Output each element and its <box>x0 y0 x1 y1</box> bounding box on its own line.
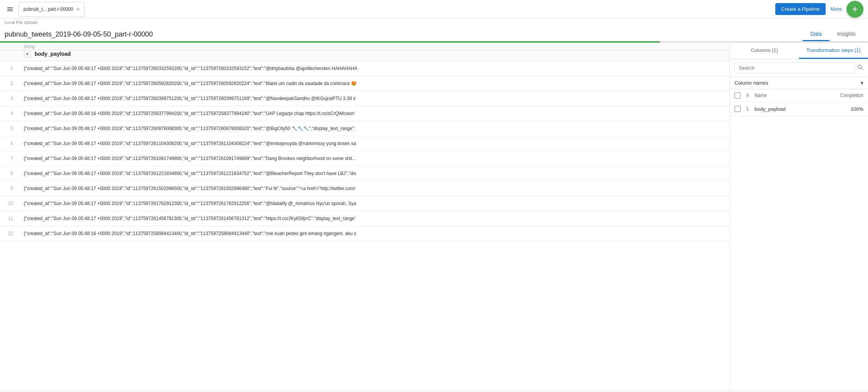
row-number: 4 <box>0 106 19 121</box>
row-number: 3 <box>0 91 19 106</box>
nav-tabs: Data Insights <box>803 28 863 41</box>
create-pipeline-button[interactable]: Create a Pipeline <box>775 3 826 15</box>
svg-rect-1 <box>7 9 13 10</box>
row-value: {"created_at":"Sun Jun 09 05:48:17 +0000… <box>19 181 729 196</box>
col-name-col-header: Name <box>754 93 830 98</box>
row-number: 11 <box>0 211 19 226</box>
table-row: 1{"created_at":"Sun Jun 09 05:48:17 +000… <box>0 61 729 76</box>
row-value: {"created_at":"Sun Jun 09 05:48:17 +0000… <box>19 76 729 91</box>
svg-line-4 <box>861 68 863 70</box>
column-row: 1 body_payload 100% <box>730 102 868 116</box>
page-title: pubnub_tweets_2019-06-09-05-50_part-r-00… <box>5 30 803 38</box>
column-names-dropdown[interactable]: Column names ▾ <box>730 77 868 89</box>
table-row: 9{"created_at":"Sun Jun 09 05:48:17 +000… <box>0 181 729 196</box>
table-row: 4{"created_at":"Sun Jun 09 05:48:16 +000… <box>0 106 729 121</box>
col-completion-value: 100% <box>833 106 863 112</box>
row-value: {"created_at":"Sun Jun 09 05:48:17 +0000… <box>19 121 729 136</box>
table-row: 10{"created_at":"Sun Jun 09 05:48:17 +00… <box>0 196 729 211</box>
table-row: 6{"created_at":"Sun Jun 09 05:48:17 +000… <box>0 136 729 151</box>
svg-rect-0 <box>7 7 13 8</box>
row-value: {"created_at":"Sun Jun 09 05:48:17 +0000… <box>19 151 729 166</box>
row-value: {"created_at":"Sun Jun 09 05:48:17 +0000… <box>19 136 729 151</box>
col-header-row: ▼ body_payload <box>0 50 729 61</box>
row-value: {"created_at":"Sun Jun 09 05:48:17 +0000… <box>19 166 729 181</box>
row-number: 5 <box>0 121 19 136</box>
right-panel: Columns (1) Transformation steps (1) Col… <box>729 43 868 390</box>
row-num-header <box>0 43 19 50</box>
search-input[interactable] <box>734 62 855 73</box>
col-name-header: ▼ body_payload <box>19 50 729 61</box>
row-number: 6 <box>0 136 19 151</box>
chevron-down-icon: ▾ <box>861 80 863 86</box>
right-tab-columns[interactable]: Columns (1) <box>730 43 799 59</box>
top-bar: pubnub_t... part-r-00000 × Create a Pipe… <box>0 0 868 18</box>
more-button[interactable]: More <box>830 6 842 12</box>
row-value: {"created_at":"Sun Jun 09 05:48:17 +0000… <box>19 91 729 106</box>
select-all-checkbox[interactable] <box>734 92 741 98</box>
col-completion-col-header: Completion <box>833 93 863 98</box>
file-tab[interactable]: pubnub_t... part-r-00000 × <box>18 2 85 17</box>
row-value: {"created_at":"Sun Jun 09 05:48:17 +0000… <box>19 211 729 226</box>
row-number: 12 <box>0 226 19 241</box>
columns-list-header: # Name Completion <box>730 89 868 102</box>
row-value: {"created_at":"Sun Jun 09 05:48:17 +0000… <box>19 196 729 211</box>
tab-area: pubnub_t... part-r-00000 × <box>18 2 775 17</box>
file-label-text: Local File Upload <box>5 20 37 25</box>
search-icon <box>857 64 863 72</box>
type-header-row: String <box>0 43 729 50</box>
columns-list: 1 body_payload 100% <box>730 102 868 116</box>
table-row: 5{"created_at":"Sun Jun 09 05:48:17 +000… <box>0 121 729 136</box>
table-row: 8{"created_at":"Sun Jun 09 05:48:17 +000… <box>0 166 729 181</box>
tab-label: pubnub_t... part-r-00000 <box>23 7 73 12</box>
sidebar-toggle[interactable] <box>5 4 15 15</box>
row-number: 10 <box>0 196 19 211</box>
col-number: 1 <box>744 106 751 112</box>
table-row: 3{"created_at":"Sun Jun 09 05:48:17 +000… <box>0 91 729 106</box>
tab-insights[interactable]: Insights <box>830 28 863 41</box>
row-num-col-header <box>0 50 19 61</box>
table-wrapper[interactable]: String ▼ body_payload 1{"created_at":"Su… <box>0 43 729 390</box>
column-names-label: Column names <box>734 80 768 86</box>
data-area: String ▼ body_payload 1{"created_at":"Su… <box>0 43 729 390</box>
top-right-actions: Create a Pipeline More + <box>775 1 863 18</box>
row-number: 8 <box>0 166 19 181</box>
row-value: {"created_at":"Sun Jun 09 05:48:17 +0000… <box>19 61 729 76</box>
tab-data[interactable]: Data <box>803 28 830 41</box>
table-body: 1{"created_at":"Sun Jun 09 05:48:17 +000… <box>0 61 729 241</box>
expand-col-icon[interactable]: ▼ <box>24 51 31 58</box>
table-row: 11{"created_at":"Sun Jun 09 05:48:17 +00… <box>0 211 729 226</box>
svg-rect-2 <box>7 10 13 11</box>
col-name-value: body_payload <box>754 106 830 112</box>
tab-close-icon[interactable]: × <box>76 6 79 12</box>
col-type-label: String <box>19 43 729 50</box>
data-table: String ▼ body_payload 1{"created_at":"Su… <box>0 43 729 241</box>
row-number: 2 <box>0 76 19 91</box>
row-number: 7 <box>0 151 19 166</box>
file-label: Local File Upload <box>0 18 868 25</box>
search-bar <box>730 59 868 77</box>
col-hash-header: # <box>744 93 751 98</box>
right-tab-transform[interactable]: Transformation steps (1) <box>799 43 868 59</box>
row-value: {"created_at":"Sun Jun 09 05:48:16 +0000… <box>19 106 729 121</box>
col-checkbox[interactable] <box>734 106 741 112</box>
row-number: 1 <box>0 61 19 76</box>
main-layout: String ▼ body_payload 1{"created_at":"Su… <box>0 43 868 390</box>
col-name-label: body_payload <box>35 51 71 57</box>
row-value: {"created_at":"Sun Jun 09 05:48:16 +0000… <box>19 226 729 241</box>
right-panel-tabs: Columns (1) Transformation steps (1) <box>730 43 868 59</box>
table-row: 2{"created_at":"Sun Jun 09 05:48:17 +000… <box>0 76 729 91</box>
row-number: 9 <box>0 181 19 196</box>
table-row: 7{"created_at":"Sun Jun 09 05:48:17 +000… <box>0 151 729 166</box>
add-button[interactable]: + <box>846 1 863 18</box>
title-bar: pubnub_tweets_2019-06-09-05-50_part-r-00… <box>0 25 868 41</box>
table-row: 12{"created_at":"Sun Jun 09 05:48:16 +00… <box>0 226 729 241</box>
